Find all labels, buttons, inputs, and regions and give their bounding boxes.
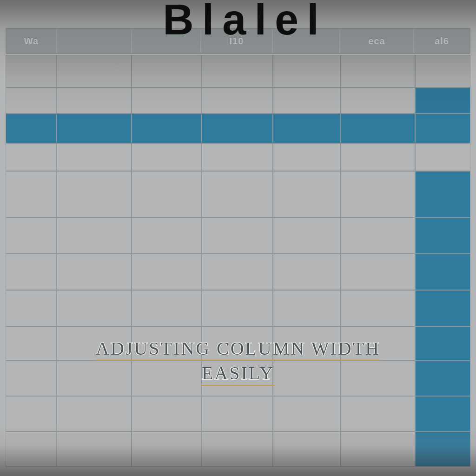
cell[interactable] (132, 396, 201, 431)
cell[interactable] (415, 290, 470, 326)
spreadsheet-grid[interactable] (6, 55, 470, 476)
cell[interactable] (341, 218, 415, 254)
cell[interactable] (201, 396, 273, 431)
table-row (6, 254, 470, 290)
cell[interactable] (56, 290, 132, 326)
cell[interactable] (273, 431, 341, 467)
cell[interactable] (132, 171, 201, 218)
cell[interactable] (273, 218, 341, 254)
cell[interactable] (6, 87, 56, 113)
cell[interactable] (273, 396, 341, 431)
cell[interactable] (6, 290, 56, 326)
cell[interactable] (341, 87, 415, 113)
cell[interactable] (341, 113, 415, 143)
cell[interactable] (6, 143, 56, 171)
table-row (6, 171, 470, 218)
cell[interactable] (201, 55, 273, 87)
cell[interactable] (201, 218, 273, 254)
cell[interactable] (56, 254, 132, 290)
cell[interactable] (201, 254, 273, 290)
cell[interactable] (6, 171, 56, 218)
cell[interactable] (132, 55, 201, 87)
table-row (6, 290, 470, 326)
table-row (6, 113, 470, 143)
cell[interactable] (6, 218, 56, 254)
cell[interactable] (415, 431, 470, 467)
cell[interactable] (132, 254, 201, 290)
cell[interactable] (6, 55, 56, 87)
cell[interactable] (132, 431, 201, 467)
cell[interactable] (201, 143, 273, 171)
cell[interactable] (56, 218, 132, 254)
cell[interactable] (415, 55, 470, 87)
cell[interactable] (415, 218, 470, 254)
table-row (6, 218, 470, 254)
cell[interactable] (415, 254, 470, 290)
cell[interactable] (341, 171, 415, 218)
cell[interactable] (56, 171, 132, 218)
cell[interactable] (201, 113, 273, 143)
cell[interactable] (201, 290, 273, 326)
cell[interactable] (273, 171, 341, 218)
cell[interactable] (132, 290, 201, 326)
caption-line-1: Adjusting Column Width (96, 338, 380, 361)
cell[interactable] (341, 254, 415, 290)
cell[interactable] (341, 143, 415, 171)
table-row (6, 396, 470, 431)
page-title: Blalel (0, 0, 476, 44)
cell[interactable] (341, 290, 415, 326)
cell[interactable] (132, 143, 201, 171)
caption-line-2: Easily (202, 362, 274, 386)
cell[interactable] (415, 113, 470, 143)
cell[interactable] (6, 396, 56, 431)
cell[interactable] (6, 431, 56, 467)
cell[interactable] (6, 113, 56, 143)
table-row (6, 55, 470, 87)
cell[interactable] (56, 55, 132, 87)
cell[interactable] (341, 55, 415, 87)
table-row (6, 87, 470, 113)
cell[interactable] (415, 171, 470, 218)
cell[interactable] (56, 431, 132, 467)
table-row (6, 143, 470, 171)
table-row (6, 431, 470, 467)
cell[interactable] (56, 113, 132, 143)
cell[interactable] (201, 87, 273, 113)
cell[interactable] (132, 87, 201, 113)
cell[interactable] (273, 87, 341, 113)
cell[interactable] (415, 396, 470, 431)
cell[interactable] (341, 431, 415, 467)
cell[interactable] (132, 218, 201, 254)
cell[interactable] (415, 87, 470, 113)
cell[interactable] (201, 171, 273, 218)
cell[interactable] (56, 396, 132, 431)
overlay-caption: Adjusting Column Width Easily (0, 337, 476, 386)
cell[interactable] (341, 396, 415, 431)
cell[interactable] (273, 113, 341, 143)
cell[interactable] (273, 254, 341, 290)
cell[interactable] (273, 55, 341, 87)
cell[interactable] (56, 87, 132, 113)
cell[interactable] (273, 290, 341, 326)
cell[interactable] (6, 254, 56, 290)
cell[interactable] (56, 143, 132, 171)
cell[interactable] (273, 143, 341, 171)
cell[interactable] (132, 113, 201, 143)
cell[interactable] (415, 143, 470, 171)
cell[interactable] (201, 431, 273, 467)
